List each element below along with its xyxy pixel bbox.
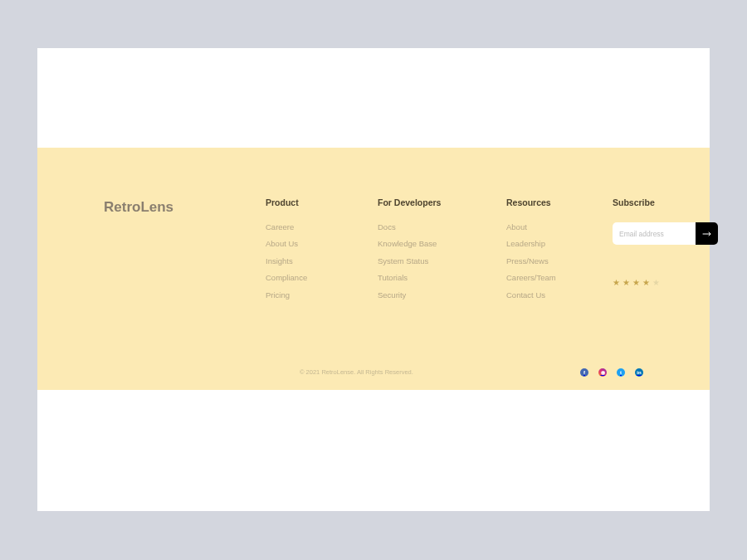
star-icon: ★ bbox=[613, 278, 620, 287]
twitter-icon[interactable]: t bbox=[617, 368, 625, 377]
star-icon: ★ bbox=[632, 278, 640, 287]
link-contact-us[interactable]: Contact Us bbox=[506, 290, 579, 299]
linkedin-icon[interactable]: in bbox=[635, 368, 643, 377]
link-careers-team[interactable]: Careers/Team bbox=[506, 273, 579, 282]
subscribe-heading: Subscribe bbox=[613, 197, 718, 207]
column-subscribe: Subscribe ★ ★ ★ ★ ★ bbox=[613, 197, 718, 307]
facebook-icon[interactable]: f bbox=[580, 368, 588, 377]
link-pricing[interactable]: Pricing bbox=[266, 290, 344, 299]
link-docs[interactable]: Docs bbox=[378, 222, 473, 231]
star-icon: ★ bbox=[642, 278, 650, 287]
link-system-status[interactable]: System Status bbox=[378, 256, 473, 265]
link-press-news[interactable]: Press/News bbox=[506, 256, 579, 265]
column-product: Product Careere About Us Insights Compli… bbox=[266, 197, 344, 307]
column-developers: For Developers Docs Knowledge Base Syste… bbox=[378, 197, 473, 307]
product-heading: Product bbox=[266, 197, 344, 207]
link-knowledge-base[interactable]: Knowledge Base bbox=[378, 239, 473, 248]
link-about[interactable]: About bbox=[506, 222, 579, 231]
copyright-text: © 2021 RetroLense. All Rights Reserved. bbox=[300, 368, 413, 376]
rating-stars: ★ ★ ★ ★ ★ bbox=[613, 278, 718, 287]
social-links: f ◉ t in bbox=[580, 368, 643, 377]
star-icon: ★ bbox=[652, 278, 660, 287]
link-compliance[interactable]: Compliance bbox=[266, 273, 344, 282]
star-icon: ★ bbox=[622, 278, 630, 287]
link-security[interactable]: Security bbox=[378, 290, 473, 299]
instagram-icon[interactable]: ◉ bbox=[598, 368, 607, 377]
arrow-right-icon bbox=[702, 231, 712, 236]
brand-logo: RetroLens bbox=[104, 199, 232, 216]
footer: RetroLens Product Careere About Us Insig… bbox=[37, 148, 710, 390]
link-insights[interactable]: Insights bbox=[266, 256, 344, 265]
resources-heading: Resources bbox=[506, 197, 579, 207]
developers-heading: For Developers bbox=[378, 197, 473, 207]
link-tutorials[interactable]: Tutorials bbox=[378, 273, 473, 282]
email-input[interactable] bbox=[613, 222, 696, 245]
column-resources: Resources About Leadership Press/News Ca… bbox=[506, 197, 579, 307]
link-leadership[interactable]: Leadership bbox=[506, 239, 579, 248]
subscribe-submit-button[interactable] bbox=[696, 222, 718, 245]
link-careere[interactable]: Careere bbox=[266, 222, 344, 231]
footer-bottom-bar: © 2021 RetroLense. All Rights Reserved. … bbox=[37, 353, 710, 390]
link-about-us[interactable]: About Us bbox=[266, 239, 344, 248]
